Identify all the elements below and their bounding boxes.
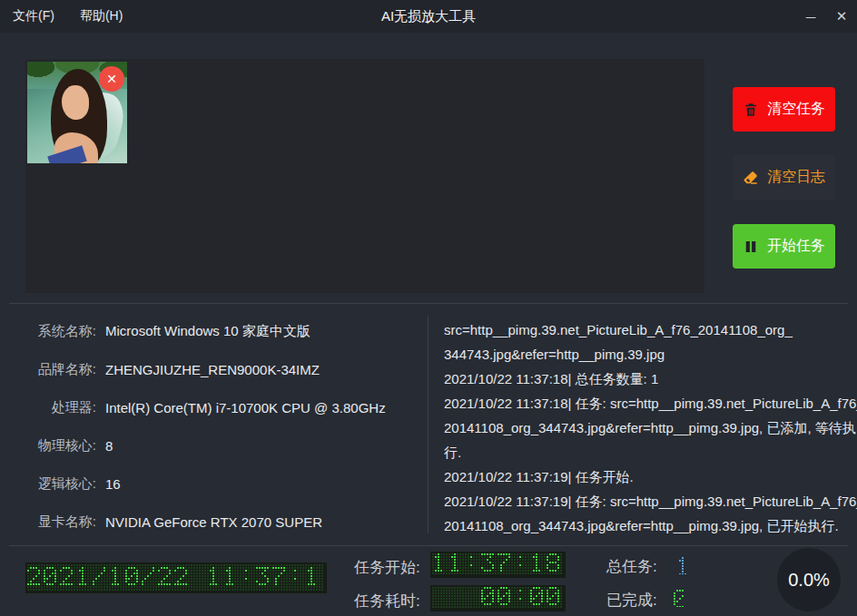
clear-tasks-label: 清空任务 — [767, 100, 825, 119]
info-row-physical-cores: 物理核心: 8 — [25, 436, 113, 455]
info-value: ZHENGJIUZHE_REN9000K-34IMZ — [105, 362, 320, 377]
info-value: 16 — [105, 476, 121, 492]
eraser-icon — [743, 170, 759, 186]
led-task-elapsed-display — [430, 585, 566, 611]
divider — [428, 316, 428, 533]
log-line: src=http__pimg.39.net_PictureLib_A_f76_2… — [444, 318, 857, 342]
info-label: 品牌名称: — [25, 361, 96, 378]
thumbnail-art — [62, 85, 89, 120]
menu-file[interactable]: 文件(F) — [0, 0, 67, 33]
info-value: NVIDIA GeForce RTX 2070 SUPER — [105, 514, 322, 530]
pause-icon — [743, 239, 759, 255]
info-row-gpu: 显卡名称: NVIDIA GeForce RTX 2070 SUPER — [25, 513, 322, 531]
menu-help[interactable]: 帮助(H) — [67, 0, 135, 33]
divider — [9, 545, 848, 546]
start-tasks-label: 开始任务 — [767, 237, 825, 256]
close-icon[interactable]: ✕ — [826, 0, 857, 33]
led-clock-display — [25, 562, 327, 593]
info-row-cpu: 处理器: Intel(R) Core(TM) i7-10700K CPU @ 3… — [25, 398, 386, 416]
clear-logs-button[interactable]: 清空日志 — [733, 155, 835, 200]
log-line: 344743.jpg&refer=http__pimg.39.jpg — [444, 342, 857, 367]
info-value: Microsoft Windows 10 家庭中文版 — [105, 323, 310, 340]
divider — [9, 303, 848, 304]
app-window: 文件(F) 帮助(H) AI无损放大工具 ─ ✕ ✕ 清空任务 清空日志 — [0, 0, 857, 616]
info-row-logical-cores: 逻辑核心: 16 — [25, 474, 121, 493]
log-line: 2021/10/22 11:37:19| 任务: src=http__pimg.… — [444, 489, 857, 513]
window-controls: ─ ✕ — [795, 0, 857, 33]
led-total-tasks-value — [675, 555, 690, 574]
info-value: Intel(R) Core(TM) i7-10700K CPU @ 3.80GH… — [105, 400, 386, 416]
total-tasks-label: 总任务: — [606, 556, 657, 577]
info-label: 处理器: — [25, 399, 96, 416]
task-elapsed-label: 任务耗时: — [354, 591, 420, 611]
log-line: 2021/10/22 11:37:19| 任务开始. — [444, 464, 857, 489]
info-row-brand: 品牌名称: ZHENGJIUZHE_REN9000K-34IMZ — [25, 360, 320, 378]
led-task-start-display — [430, 552, 566, 578]
info-row-os: 系统名称: Microsoft Windows 10 家庭中文版 — [25, 322, 310, 340]
delete-task-icon[interactable]: ✕ — [99, 66, 124, 92]
completed-label: 已完成: — [606, 590, 657, 611]
start-tasks-button[interactable]: 开始任务 — [733, 224, 835, 269]
info-label: 系统名称: — [25, 323, 96, 340]
trash-icon — [743, 102, 759, 118]
task-start-label: 任务开始: — [354, 557, 420, 578]
task-list-panel: ✕ — [25, 59, 704, 293]
progress-indicator: 0.0% — [777, 548, 841, 611]
clear-logs-label: 清空日志 — [767, 168, 825, 187]
log-line: 行. — [444, 440, 857, 464]
title-bar: 文件(F) 帮助(H) AI无损放大工具 ─ ✕ — [0, 0, 857, 33]
clear-tasks-button[interactable]: 清空任务 — [733, 87, 835, 132]
log-line: 20141108_org_344743.jpg&refer=http__pimg… — [444, 513, 857, 537]
log-line: 2021/10/22 11:37:18| 任务: src=http__pimg.… — [444, 391, 857, 416]
log-panel[interactable]: src=http__pimg.39.net_PictureLib_A_f76_2… — [444, 318, 857, 537]
log-line: 20141108_org_344743.jpg&refer=http__pimg… — [444, 416, 857, 440]
log-line: 2021/10/22 11:37:18| 总任务数量: 1 — [444, 367, 857, 391]
info-label: 显卡名称: — [25, 513, 96, 531]
progress-percent: 0.0% — [788, 570, 830, 591]
info-label: 逻辑核心: — [25, 475, 96, 493]
minimize-icon[interactable]: ─ — [795, 0, 826, 33]
info-label: 物理核心: — [25, 437, 96, 455]
led-completed-value — [672, 588, 687, 607]
info-value: 8 — [105, 438, 113, 454]
